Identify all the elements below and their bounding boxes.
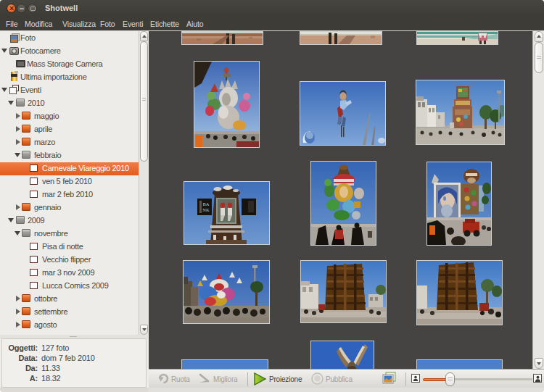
svg-text:BA: BA (202, 201, 209, 207)
svg-text:NK: NK (202, 207, 210, 212)
